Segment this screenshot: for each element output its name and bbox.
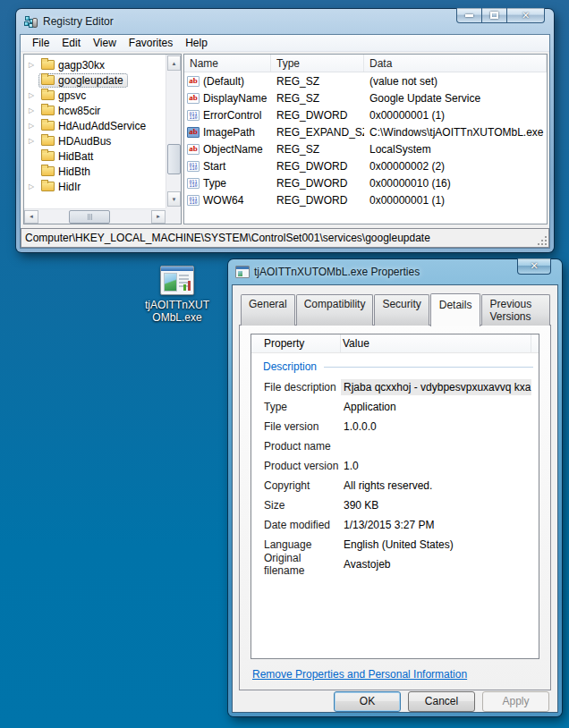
detail-row-date-modified[interactable]: Date modified 1/13/2015 3:27 PM — [251, 515, 539, 535]
tree-item-hidbth[interactable]: ▷ HidBth — [24, 164, 181, 179]
value-row-imagepath[interactable]: abImagePath REG_EXPAND_SZ C:\Windows\tjA… — [184, 123, 547, 140]
desktop-icon-tjaoittnxutombl[interactable]: tjAOITTnXUT OMbL.exe — [140, 266, 215, 324]
exe-file-icon — [235, 266, 250, 278]
menu-edit[interactable]: Edit — [55, 35, 87, 51]
registry-titlebar[interactable]: Registry Editor ✕ — [20, 9, 550, 34]
cancel-button[interactable]: Cancel — [408, 691, 475, 712]
scroll-left-icon[interactable]: ◄ — [24, 210, 38, 224]
dword-value-icon: 011110 — [187, 161, 200, 172]
string-value-icon: ab — [187, 93, 200, 104]
folder-icon — [41, 106, 55, 115]
close-button[interactable]: ✕ — [507, 8, 545, 23]
folder-icon — [41, 75, 55, 85]
tab-compatibility[interactable]: Compatibility — [296, 294, 374, 326]
dword-value-icon: 011110 — [187, 195, 200, 206]
tree-vertical-scrollbar[interactable]: ▲ ▼ — [166, 55, 181, 208]
values-column-headers: Name Type Data — [184, 55, 547, 72]
detail-row-type[interactable]: Type Application — [251, 397, 539, 417]
apply-button: Apply — [482, 691, 549, 712]
tree-item-gagp30kx[interactable]: ▷ gagp30kx — [24, 57, 181, 72]
detail-row-product-name[interactable]: Product name — [251, 436, 539, 456]
value-row-displayname[interactable]: abDisplayName REG_SZ Google Update Servi… — [184, 89, 547, 106]
resize-grip[interactable] — [538, 236, 547, 245]
detail-row-file-version[interactable]: File version 1.0.0.0 — [251, 417, 539, 436]
dialog-titlebar[interactable]: tjAOITTnXUTOMbL.exe Properties ✕ — [232, 259, 558, 284]
registry-key-path: Computer\HKEY_LOCAL_MACHINE\SYSTEM\Contr… — [25, 232, 430, 244]
detail-row-product-version[interactable]: Product version 1.0 — [251, 456, 539, 476]
string-value-icon-selected: ab — [187, 127, 200, 138]
value-row-type[interactable]: 011110Type REG_DWORD 0x00000010 (16) — [184, 174, 547, 191]
scroll-down-icon[interactable]: ▼ — [167, 191, 181, 207]
column-header-name[interactable]: Name — [184, 55, 271, 72]
folder-icon — [41, 166, 55, 176]
properties-dialog: tjAOITTnXUTOMbL.exe Properties ✕ General… — [228, 259, 562, 716]
expander-icon[interactable]: ▷ — [29, 91, 37, 99]
folder-icon — [41, 151, 55, 161]
expander-icon[interactable]: ▷ — [29, 106, 37, 114]
value-row-objectname[interactable]: abObjectName REG_SZ LocalSystem — [184, 140, 547, 157]
close-icon: ✕ — [522, 11, 530, 21]
string-value-icon: ab — [187, 144, 200, 155]
dialog-tabs: General Compatibility Security Details P… — [241, 292, 551, 326]
detail-row-file-description[interactable]: File description Rjaba qcxxhoj - vdybpes… — [251, 377, 539, 397]
value-row-wow64[interactable]: 011110WOW64 REG_DWORD 0x00000001 (1) — [184, 191, 547, 208]
value-row-default[interactable]: ab(Default) REG_SZ (value not set) — [184, 72, 547, 89]
menu-help[interactable]: Help — [179, 35, 214, 51]
detail-row-size[interactable]: Size 390 KB — [251, 495, 539, 515]
minimize-button[interactable] — [456, 8, 482, 23]
dword-value-icon: 011110 — [187, 110, 200, 121]
expander-icon[interactable]: ▷ — [29, 137, 37, 145]
tab-general[interactable]: General — [241, 294, 295, 326]
tab-details[interactable]: Details — [430, 293, 481, 326]
tree-hscroll-thumb[interactable] — [69, 210, 110, 224]
column-header-property: Property — [251, 334, 341, 352]
scroll-up-icon[interactable]: ▲ — [167, 55, 181, 71]
folder-icon — [41, 60, 55, 70]
close-icon: ✕ — [530, 261, 538, 271]
remove-properties-link[interactable]: Remove Properties and Personal Informati… — [252, 668, 467, 681]
tree-horizontal-scrollbar[interactable]: ◄ ► — [24, 208, 166, 224]
value-row-start[interactable]: 011110Start REG_DWORD 0x00000002 (2) — [184, 157, 547, 174]
registry-app-icon — [23, 15, 38, 29]
details-tab-page: Property Value Description File descript… — [239, 325, 551, 690]
tab-previous-versions[interactable]: Previous Versions — [481, 294, 550, 326]
tree-item-hidir[interactable]: ▷ HidIr — [24, 179, 181, 194]
application-icon — [160, 266, 194, 295]
expander-icon[interactable]: ▷ — [29, 122, 37, 130]
minimize-icon — [465, 14, 473, 17]
ok-button[interactable]: OK — [334, 691, 401, 712]
detail-row-copyright[interactable]: Copyright All rights reserved. — [251, 476, 539, 495]
section-header-description: Description — [251, 360, 539, 373]
maximize-icon — [490, 12, 498, 19]
expander-icon[interactable]: ▷ — [29, 61, 37, 69]
menu-file[interactable]: File — [26, 35, 55, 51]
registry-tree-pane: ▷ gagp30kx ▷ googleupdate ▷ gpsvc ▷ hcw8… — [23, 54, 182, 224]
string-value-icon: ab — [187, 76, 200, 87]
registry-statusbar: Computer\HKEY_LOCAL_MACHINE\SYSTEM\Contr… — [21, 228, 549, 248]
scroll-right-icon[interactable]: ► — [151, 210, 166, 224]
tree-vscroll-thumb[interactable] — [167, 144, 181, 174]
expander-icon[interactable]: ▷ — [29, 182, 37, 190]
maximize-button[interactable] — [482, 8, 507, 23]
details-column-headers: Property Value — [251, 334, 539, 353]
scrollbar-corner — [166, 208, 181, 224]
tree-item-hdaudaddservice[interactable]: ▷ HdAudAddService — [24, 118, 181, 133]
tree-item-hidbatt[interactable]: ▷ HidBatt — [24, 148, 181, 164]
folder-icon — [41, 90, 55, 100]
detail-row-original-filename[interactable]: Original filename Avastojeb — [251, 554, 539, 574]
tree-item-hdaudbus[interactable]: ▷ HDAudBus — [24, 133, 181, 148]
folder-icon — [41, 136, 55, 146]
column-header-value: Value — [341, 334, 531, 352]
tab-security[interactable]: Security — [374, 294, 429, 326]
dialog-close-button[interactable]: ✕ — [517, 258, 551, 275]
tree-item-gpsvc[interactable]: ▷ gpsvc — [24, 88, 181, 103]
column-header-type[interactable]: Type — [271, 55, 364, 72]
folder-icon — [41, 121, 55, 131]
tree-item-googleupdate[interactable]: ▷ googleupdate — [24, 72, 181, 88]
menu-view[interactable]: View — [87, 35, 123, 51]
value-row-errorcontrol[interactable]: 011110ErrorControl REG_DWORD 0x00000001 … — [184, 106, 547, 123]
column-header-data[interactable]: Data — [364, 55, 547, 72]
dword-value-icon: 011110 — [187, 178, 200, 189]
tree-item-hcw85cir[interactable]: ▷ hcw85cir — [24, 103, 181, 118]
menu-favorites[interactable]: Favorites — [123, 35, 179, 51]
